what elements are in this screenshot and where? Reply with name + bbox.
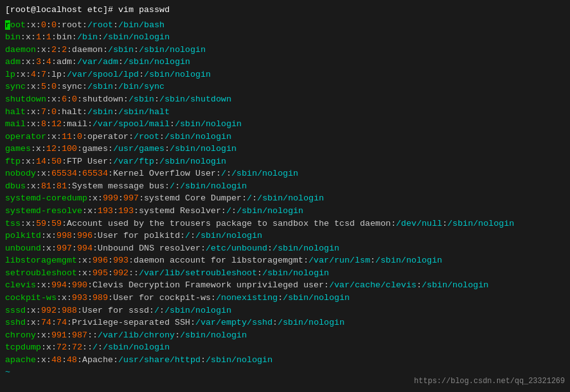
line-1: root:x:0:0:root:/root:/bin/bash — [5, 19, 565, 32]
line-22: clevis:x:994:990:Clevis Decryption Frame… — [5, 279, 565, 292]
line-17: tss:x:59:59:Account used by the trousers… — [5, 218, 565, 230]
line-9: mail:x:8:12:mail:/var/spool/mail:/sbin/n… — [5, 118, 565, 131]
line-19: unbound:x:997:994:Unbound DNS resolver:/… — [5, 242, 565, 255]
line-24: sssd:x:992:988:User for sssd:/:/sbin/nol… — [5, 304, 565, 317]
line-10: operator:x:11:0:operator:/root:/sbin/nol… — [5, 131, 565, 143]
line-5: lp:x:4:7:lp:/var/spool/lpd:/sbin/nologin — [5, 69, 565, 81]
line-16: systemd-resolve:x:193:193:systemd Resolv… — [5, 205, 565, 218]
line-11: games:x:12:100:games:/usr/games:/sbin/no… — [5, 143, 565, 155]
line-20: libstoragemgmt:x:996:993:daemon account … — [5, 254, 565, 267]
line-18: polkitd:x:998:996:User for polkitd:/:/sb… — [5, 230, 565, 242]
terminal-window: [root@localhost etc]# vim passwd root:x:… — [0, 0, 570, 392]
line-23: cockpit-ws:x:993:989:User for cockpit-ws… — [5, 292, 565, 304]
line-6: sync:x:5:0:sync:/sbin:/bin/sync — [5, 81, 565, 93]
line-2: bin:x:1:1:bin:/bin:/sbin/nologin — [5, 31, 565, 44]
line-15: systemd-coredump:x:999:997:systemd Core … — [5, 192, 565, 205]
line-27: tcpdump:x:72:72::/:/sbin/nologin — [5, 341, 565, 354]
line-7: shutdown:x:6:0:shutdown:/sbin:/sbin/shut… — [5, 93, 565, 106]
line-12: ftp:x:14:50:FTP User:/var/ftp:/sbin/nolo… — [5, 155, 565, 168]
line-25: sshd:x:74:74:Privilege-separated SSH:/va… — [5, 317, 565, 329]
title-bar: [root@localhost etc]# vim passwd — [5, 4, 565, 16]
line-13: nobody:x:65534:65534:Kernel Overflow Use… — [5, 167, 565, 180]
line-4: adm:x:3:4:adm:/var/adm:/sbin/nologin — [5, 56, 565, 69]
line-28: apache:x:48:48:Apache:/usr/share/httpd:/… — [5, 354, 565, 367]
title-text: [root@localhost etc]# vim passwd — [5, 5, 169, 15]
line-26: chrony:x:991:987::/var/lib/chrony:/sbin/… — [5, 329, 565, 342]
line-8: halt:x:7:0:halt:/sbin:/sbin/halt — [5, 106, 565, 119]
line-21: setroubleshoot:x:995:992::/var/lib/setro… — [5, 267, 565, 280]
watermark: https://blog.csdn.net/qq_23321269 — [414, 376, 565, 387]
line-14: dbus:x:81:81:System message bus:/:/sbin/… — [5, 180, 565, 193]
line-3: daemon:x:2:2:daemon:/sbin:/sbin/nologin — [5, 44, 565, 56]
